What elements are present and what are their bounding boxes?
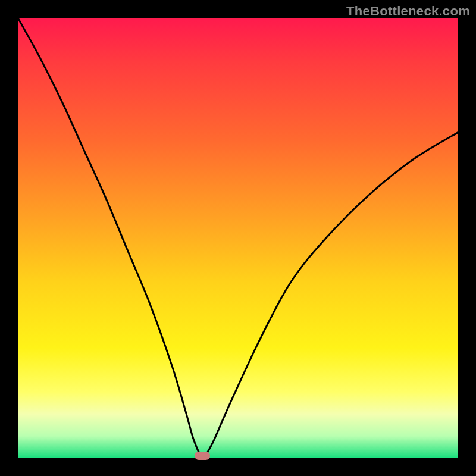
min-marker: [195, 452, 210, 460]
bottleneck-curve: [18, 18, 458, 458]
plot-area: [18, 18, 458, 458]
watermark-text: TheBottleneck.com: [346, 4, 470, 19]
chart-frame: TheBottleneck.com: [0, 0, 476, 476]
